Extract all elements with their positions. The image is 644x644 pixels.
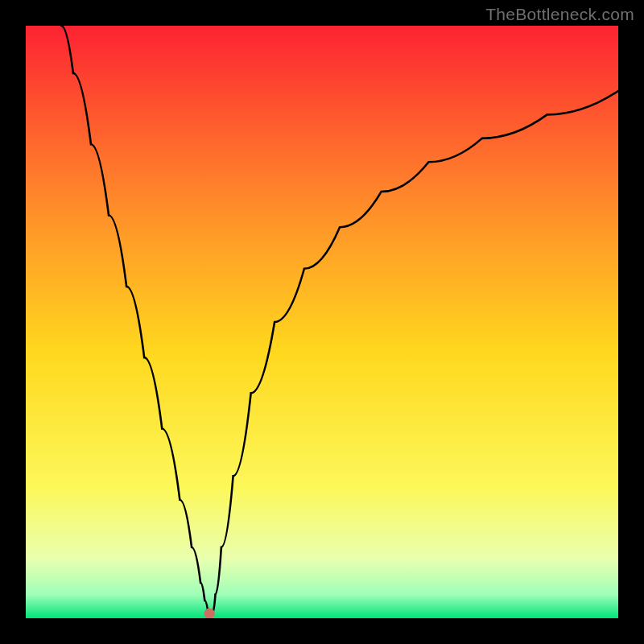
- curve-left-branch: [61, 26, 208, 613]
- chart-canvas: TheBottleneck.com: [0, 0, 644, 644]
- watermark-text: TheBottleneck.com: [485, 5, 634, 24]
- plot-area: [26, 26, 618, 618]
- bottleneck-curve: [26, 26, 618, 618]
- curve-right-branch: [213, 91, 618, 613]
